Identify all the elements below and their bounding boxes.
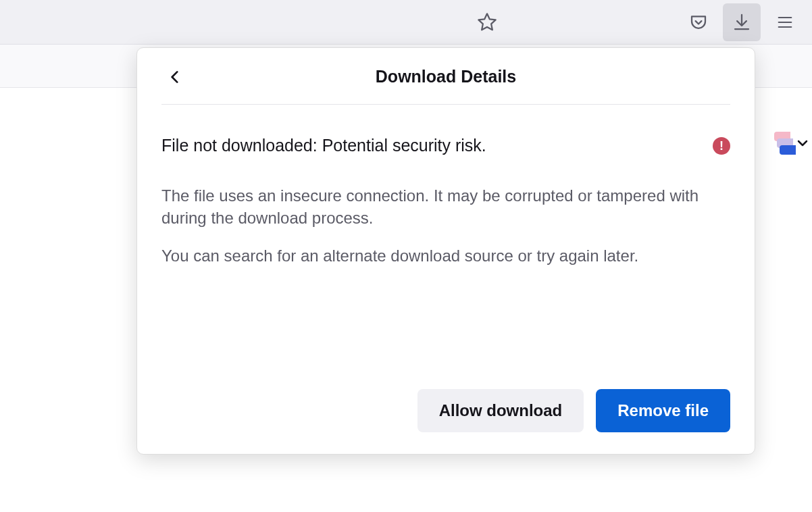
download-details-panel: Download Details File not downloaded: Po…	[136, 47, 755, 455]
panel-title: Download Details	[161, 67, 730, 86]
warning-description-1: The file uses an insecure connection. It…	[161, 184, 730, 230]
hamburger-icon	[776, 13, 794, 32]
url-bar-region	[8, 0, 511, 44]
remove-file-button[interactable]: Remove file	[596, 389, 730, 432]
flag-blue	[780, 145, 796, 155]
warning-heading: File not downloaded: Potential security …	[161, 134, 486, 157]
menu-button[interactable]	[766, 3, 804, 41]
allow-download-button[interactable]: Allow download	[417, 389, 584, 432]
panel-actions: Allow download Remove file	[161, 389, 730, 432]
chevron-left-icon	[166, 68, 184, 86]
star-icon	[476, 11, 498, 33]
panel-header: Download Details	[161, 67, 730, 105]
browser-toolbar	[0, 0, 812, 45]
toolbar-buttons	[680, 3, 804, 41]
downloads-button[interactable]	[723, 3, 761, 41]
warning-icon: !	[713, 137, 730, 155]
right-side-decoration	[773, 132, 812, 155]
bookmark-star-button[interactable]	[470, 5, 505, 40]
warning-row: File not downloaded: Potential security …	[161, 134, 730, 157]
pocket-button[interactable]	[680, 3, 717, 41]
warning-description-2: You can search for an alternate download…	[161, 245, 730, 267]
download-icon	[732, 12, 752, 32]
bookmarks-chevron-button[interactable]	[793, 132, 812, 154]
back-button[interactable]	[161, 63, 188, 91]
color-flags	[773, 132, 789, 155]
chevron-down-icon	[794, 135, 811, 151]
pocket-icon	[688, 12, 709, 32]
